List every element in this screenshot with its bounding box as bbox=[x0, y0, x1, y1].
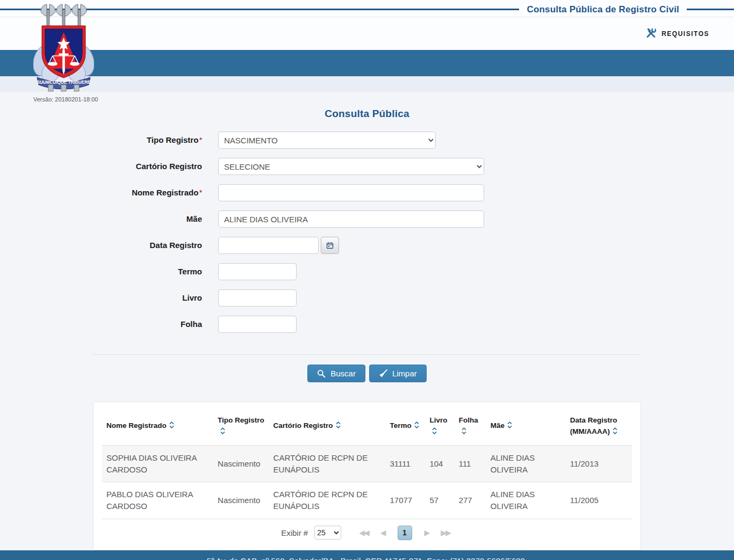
form-row-data-registro: Data Registro bbox=[93, 237, 641, 254]
livro-label: Livro bbox=[93, 289, 218, 307]
cartorio-registro-select[interactable]: SELECIONE bbox=[218, 158, 484, 175]
required-marker: * bbox=[199, 136, 202, 144]
logo-motto: SUUMCUIQUE TRIBUERE bbox=[37, 80, 91, 85]
livro-input[interactable] bbox=[218, 289, 297, 307]
header-cartorio-registro[interactable]: Cartório Registro bbox=[269, 410, 386, 445]
page-number-button[interactable]: 1 bbox=[398, 526, 412, 540]
header: Consulta Pública de Registro Civil REQUI… bbox=[0, 0, 734, 50]
page-title: Consulta Pública bbox=[93, 108, 641, 120]
site-title: Consulta Pública de Registro Civil bbox=[519, 3, 687, 17]
data-registro-label: Data Registro bbox=[93, 237, 218, 254]
cell-livro: 104 bbox=[425, 445, 454, 482]
cell-cartorio: CARTÓRIO DE RCPN DE EUNÁPOLIS bbox=[269, 482, 386, 519]
termo-input[interactable] bbox=[218, 263, 297, 280]
version-text: Versão: 20180201-18:00 bbox=[33, 96, 97, 103]
cell-termo: 17077 bbox=[386, 482, 426, 519]
limpar-button[interactable]: Limpar bbox=[369, 365, 427, 382]
calendar-button[interactable] bbox=[321, 237, 339, 254]
sort-icon[interactable] bbox=[612, 427, 618, 439]
sort-icon[interactable] bbox=[169, 421, 175, 433]
table-row[interactable]: SOPHIA DIAS OLIVEIRA CARDOSO Nascimento … bbox=[102, 445, 632, 482]
footer-address: 5ª Av. do CAB, nº 560, Salvador/BA - Bra… bbox=[207, 556, 527, 560]
header-livro[interactable]: Livro bbox=[425, 410, 454, 445]
button-row: Buscar Limpar bbox=[93, 365, 641, 382]
folha-input[interactable] bbox=[218, 316, 297, 333]
mae-input[interactable] bbox=[218, 210, 484, 228]
tjba-logo: SUUMCUIQUE TRIBUERE Versão: 20180201-18:… bbox=[33, 2, 97, 103]
sort-icon[interactable] bbox=[335, 421, 341, 433]
form-row-tipo-registro: Tipo Registro* NASCIMENTO bbox=[93, 132, 641, 149]
cartorio-registro-label: Cartório Registro bbox=[93, 158, 218, 175]
coat-of-arms-icon: SUUMCUIQUE TRIBUERE bbox=[33, 2, 94, 92]
next-page-icon[interactable]: ▶ bbox=[422, 528, 432, 537]
nome-registrado-input[interactable] bbox=[218, 184, 484, 201]
page-size-select[interactable]: 25 bbox=[314, 526, 341, 540]
cell-cartorio: CARTÓRIO DE RCPN DE EUNÁPOLIS bbox=[269, 445, 386, 482]
cell-mae: ALINE DIAS OLIVEIRA bbox=[486, 482, 566, 519]
results-table: Nome Registrado Tipo Registro Cartório R… bbox=[102, 410, 632, 519]
cell-data: 11/2013 bbox=[566, 445, 632, 482]
sort-icon[interactable] bbox=[414, 421, 420, 433]
termo-label: Termo bbox=[93, 263, 218, 280]
blue-band bbox=[0, 50, 734, 76]
nome-registrado-label: Nome Registrado* bbox=[93, 184, 218, 201]
folha-label: Folha bbox=[93, 316, 218, 333]
cell-tipo: Nascimento bbox=[213, 445, 269, 482]
page: SUUMCUIQUE TRIBUERE Versão: 20180201-18:… bbox=[0, 0, 734, 560]
cell-tipo: Nascimento bbox=[213, 482, 269, 519]
footer: 5ª Av. do CAB, nº 560, Salvador/BA - Bra… bbox=[0, 550, 734, 560]
sort-icon[interactable] bbox=[431, 427, 437, 439]
header-nome-registrado[interactable]: Nome Registrado bbox=[102, 410, 213, 445]
sort-icon[interactable] bbox=[461, 427, 467, 439]
form-row-nome-registrado: Nome Registrado* bbox=[93, 184, 641, 201]
form-divider bbox=[93, 354, 641, 355]
data-registro-input[interactable] bbox=[218, 237, 319, 254]
cell-folha: 277 bbox=[455, 482, 486, 519]
prev-page-icon[interactable]: ◀ bbox=[378, 528, 388, 537]
sort-icon[interactable] bbox=[220, 427, 226, 439]
header-data-registro[interactable]: Data Registro (MM/AAAA) bbox=[566, 410, 632, 445]
table-header-row: Nome Registrado Tipo Registro Cartório R… bbox=[102, 410, 632, 445]
buscar-label: Buscar bbox=[330, 369, 356, 378]
tipo-registro-label: Tipo Registro* bbox=[93, 132, 218, 149]
exibir-label: Exibir # bbox=[281, 528, 308, 537]
main-content: Consulta Pública Tipo Registro* NASCIMEN… bbox=[93, 92, 641, 550]
sort-icon[interactable] bbox=[507, 421, 513, 433]
form-row-livro: Livro bbox=[93, 289, 641, 307]
cell-termo: 31111 bbox=[386, 445, 426, 482]
limpar-label: Limpar bbox=[392, 369, 417, 378]
table-row[interactable]: PABLO DIAS OLIVEIRA CARDOSO Nascimento C… bbox=[102, 482, 632, 519]
requisitos-link[interactable]: REQUISITOS bbox=[645, 27, 709, 40]
broom-icon bbox=[379, 369, 387, 378]
cell-livro: 57 bbox=[425, 482, 454, 519]
required-marker: * bbox=[199, 189, 202, 197]
header-folha[interactable]: Folha bbox=[455, 410, 486, 445]
buscar-button[interactable]: Buscar bbox=[307, 365, 365, 382]
first-page-icon[interactable]: ◀◀ bbox=[356, 528, 371, 537]
cell-mae: ALINE DIAS OLIVEIRA bbox=[486, 445, 566, 482]
header-termo[interactable]: Termo bbox=[386, 410, 426, 445]
cell-nome: SOPHIA DIAS OLIVEIRA CARDOSO bbox=[102, 445, 213, 482]
cell-data: 11/2005 bbox=[566, 482, 632, 519]
light-band bbox=[0, 76, 734, 92]
header-mae[interactable]: Mãe bbox=[486, 410, 566, 445]
requisitos-label: REQUISITOS bbox=[661, 30, 709, 38]
header-subbar: REQUISITOS bbox=[0, 17, 734, 50]
search-icon bbox=[317, 369, 326, 378]
mae-label: Mãe bbox=[93, 210, 218, 228]
last-page-icon[interactable]: ▶▶ bbox=[438, 528, 453, 537]
cell-nome: PABLO DIAS OLIVEIRA CARDOSO bbox=[102, 482, 213, 519]
calendar-icon bbox=[326, 242, 334, 249]
header-tipo-registro[interactable]: Tipo Registro bbox=[213, 410, 269, 445]
search-form: Tipo Registro* NASCIMENTO Cartório Regis… bbox=[93, 132, 641, 382]
tools-icon bbox=[645, 27, 657, 40]
form-row-mae: Mãe bbox=[93, 210, 641, 228]
tipo-registro-select[interactable]: NASCIMENTO bbox=[218, 132, 436, 149]
form-row-termo: Termo bbox=[93, 263, 641, 280]
form-row-folha: Folha bbox=[93, 316, 641, 333]
cell-folha: 111 bbox=[455, 445, 486, 482]
form-row-cartorio-registro: Cartório Registro SELECIONE bbox=[93, 158, 641, 175]
results-panel: Nome Registrado Tipo Registro Cartório R… bbox=[93, 402, 641, 550]
pagination: Exibir # 25 ◀◀ ◀ 1 ▶ ▶▶ bbox=[102, 526, 632, 543]
